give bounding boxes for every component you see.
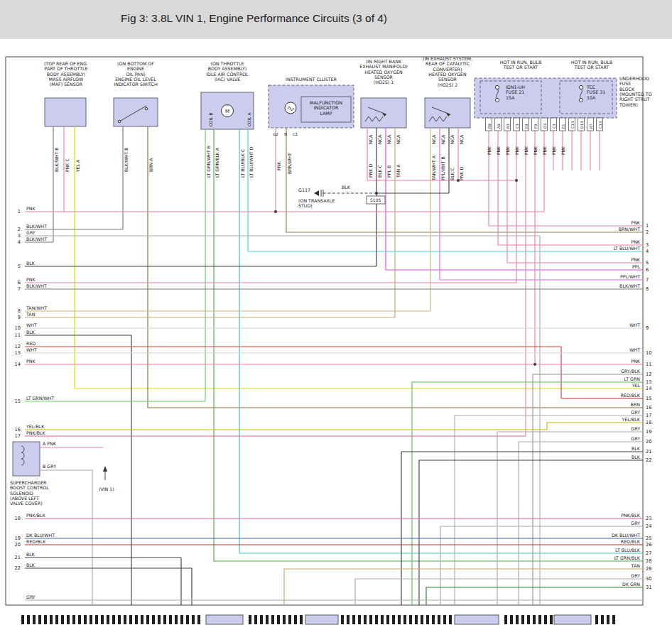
wire-color-label: WHT	[26, 322, 37, 327]
wire-color-label: BLK	[632, 446, 641, 451]
wire-color-label: PNK	[26, 206, 36, 211]
circuit-number-left: 7	[18, 286, 21, 292]
circuit-number-right: 7	[646, 277, 649, 283]
pin-wire-label: BLK/WHT B	[124, 147, 129, 172]
wire-color-label: PNK	[496, 146, 501, 155]
wire-color-label: PPL/WHT	[620, 274, 640, 279]
wire-color-label: BLK/WHT	[26, 237, 47, 241]
pin-wire-label: LT GRN/BLK A	[215, 147, 220, 178]
underhood-label: FUSE	[619, 81, 631, 86]
pin-label: B3	[506, 124, 510, 129]
hot-label-1: HOT IN RUN, BULB	[500, 60, 542, 65]
wire-color-label: LT GRN/BLK	[614, 555, 640, 560]
fuse21-label: 15A	[506, 95, 515, 100]
wire-color-label: PNK	[631, 220, 641, 225]
pin-wire-label: NCA	[431, 134, 436, 144]
wire-color-label: PNK/BLK	[26, 513, 46, 518]
wire-color-label: PNK	[631, 359, 641, 364]
cutoff-mark	[369, 615, 372, 624]
circuit-number-right: 24	[646, 523, 651, 529]
pin-label: D13	[580, 121, 584, 129]
cutoff-mark	[288, 615, 291, 624]
circuit-number-right: 31	[646, 585, 651, 590]
wire-color-label: GRY	[631, 573, 640, 578]
wire-color-label: PNK	[505, 146, 510, 155]
cutoff-mark	[27, 615, 30, 624]
cutoff-mark	[386, 615, 389, 624]
fuse31-label: 10A	[587, 95, 596, 100]
pin-wire-label: BRN/WHT	[287, 153, 292, 174]
junction-dot	[274, 210, 277, 213]
wire-color-label: YEL/BLK	[622, 417, 641, 422]
wire-color-label: GRY	[26, 594, 36, 599]
circuit-number-left: 18	[15, 516, 21, 521]
hot-label-2: TEST OR START	[574, 65, 609, 70]
cutoff-mark	[341, 615, 344, 624]
pin-wire-label: TAN/WHT A	[431, 155, 436, 181]
ho2s2-caption: (HO2S) 2	[438, 82, 458, 87]
circuit-number-left: 4	[18, 239, 21, 245]
fuse-icon	[579, 98, 582, 102]
solenoid-caption: (ABOVE LEFT	[10, 496, 39, 501]
circuit-number-left: 22	[15, 565, 21, 571]
pin-wire-label: LT BLU/WHT D	[249, 146, 254, 178]
cutoff-mark	[72, 615, 75, 624]
pin-wire-label: PPL B	[386, 165, 391, 178]
circuit-number-right: 18	[646, 420, 651, 425]
wire-color-label: RED	[26, 341, 36, 346]
cutoff-mark	[510, 615, 513, 624]
wire-color-label: BLK/WHT	[26, 224, 47, 229]
fuse31-label: TCC	[586, 85, 596, 89]
pin-wire-label: BRN A	[148, 158, 153, 172]
cutoff-component	[206, 615, 243, 624]
cutoff-mark	[527, 615, 530, 624]
underhood-label: RIGHT STRUT	[619, 97, 650, 102]
solenoid-pin-a: A PNK	[43, 441, 57, 446]
circuit-number-right: 27	[646, 550, 651, 556]
cutoff-mark	[38, 615, 41, 624]
cutoff-mark	[254, 615, 257, 624]
oil-switch-caption: ENGINE OIL LEVEL	[115, 77, 156, 82]
cutoff-mark	[169, 615, 172, 624]
circuit-number-left: 8	[18, 308, 21, 314]
wire-color-label: PNK	[551, 146, 556, 155]
circuit-number-right: 15	[646, 396, 651, 401]
switch-contact	[145, 107, 148, 110]
circuit-number-right: 17	[646, 413, 651, 418]
wire-color-label: RED/BLK	[26, 539, 46, 544]
ho2s2-caption: CONVERTER)	[433, 67, 462, 72]
wire-color-label: PNK	[542, 146, 547, 155]
cutoff-mark	[50, 615, 53, 624]
wire-color-label: YEL	[632, 383, 641, 388]
s105-label: S105	[370, 197, 381, 202]
wire-color-label: DK BLU/WHT	[26, 533, 55, 538]
cutoff-mark	[152, 615, 155, 624]
maf-caption: BODY ASSEMBLY)	[47, 72, 86, 77]
circuit-number-right: 25	[646, 536, 651, 541]
circuit-number-right: 20	[646, 439, 651, 445]
motor-label: M	[225, 109, 229, 114]
cutoff-mark	[260, 615, 263, 624]
circuit-number-right: 14	[646, 386, 651, 391]
cutoff-mark	[67, 615, 70, 624]
circuit-number-right: 16	[646, 405, 651, 411]
pin-label: F9	[533, 124, 538, 129]
pin-wire-label: YEL A	[75, 159, 80, 173]
cutoff-mark	[432, 615, 435, 624]
circuit-number-right: 29	[646, 566, 651, 572]
cutoff-mark	[107, 615, 109, 624]
oil-switch-caption: OIL PAN)	[126, 72, 145, 77]
cutoff-component	[455, 615, 499, 624]
wire-color-label: BLK	[632, 455, 641, 460]
circuit-number-right: 22	[646, 457, 651, 463]
circuit-number-right: 11	[646, 362, 651, 367]
cutoff-mark	[421, 615, 423, 624]
cutoff-mark	[277, 615, 280, 624]
wire-color-label: PNK/BLK	[26, 430, 46, 435]
cutoff-mark	[158, 615, 161, 624]
fuse21-label: FUSE 21	[506, 89, 524, 94]
cutoff-mark	[163, 615, 166, 624]
circuit-number-right: 19	[646, 429, 651, 435]
fuse-icon	[579, 85, 582, 89]
cutoff-mark	[283, 615, 286, 624]
